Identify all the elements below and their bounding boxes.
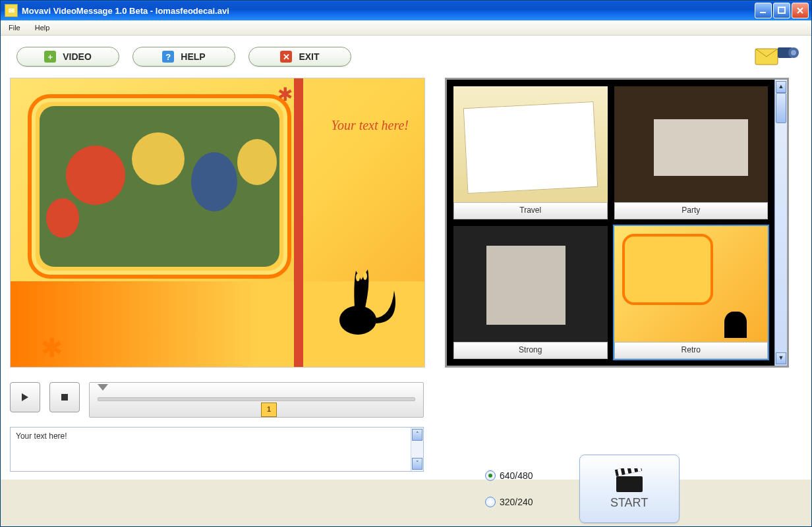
exit-button[interactable]: ✕ EXIT [248, 47, 351, 67]
scroll-down-button[interactable]: ▼ [776, 352, 786, 364]
scroll-up-button[interactable]: ▲ [776, 81, 786, 93]
main-toolbar: + VIDEO ? HELP ✕ EXIT [10, 40, 802, 78]
video-button[interactable]: + VIDEO [16, 47, 119, 67]
template-thumb [614, 86, 768, 202]
scroll-down-button[interactable]: ˅ [412, 458, 422, 470]
menu-bar: File Help [1, 20, 811, 36]
scroll-up-button[interactable]: ˄ [412, 429, 422, 441]
sparkle-icon: ✱ [41, 333, 63, 363]
title-bar: ✉ Movavi VideoMessage 1.0 Beta - lomasfe… [1, 1, 811, 20]
template-item-retro[interactable]: Retro [613, 225, 770, 360]
template-item-strong[interactable]: Strong [452, 225, 609, 360]
menu-file[interactable]: File [6, 22, 23, 33]
app-icon: ✉ [5, 4, 18, 17]
radio-label: 640/480 [500, 470, 533, 481]
exit-button-label: EXIT [299, 51, 319, 62]
radio-320x240[interactable]: 320/240 [485, 497, 533, 507]
minimize-button[interactable] [755, 3, 772, 18]
svg-rect-1 [778, 7, 785, 13]
output-size-radios: 640/480 320/240 [485, 470, 533, 507]
template-gallery: Travel Party Strong Retro [445, 78, 789, 368]
window-title: Movavi VideoMessage 1.0 Beta - lomasfeod… [22, 6, 229, 16]
svg-point-7 [356, 273, 360, 281]
close-button[interactable] [792, 3, 809, 18]
caption-input[interactable]: Your text here! [11, 428, 411, 471]
svg-rect-10 [616, 476, 643, 492]
plus-icon: + [44, 51, 56, 63]
help-button[interactable]: ? HELP [132, 47, 235, 67]
template-thumb [453, 86, 608, 202]
svg-rect-9 [61, 394, 68, 401]
radio-label: 320/240 [500, 497, 533, 507]
stop-button[interactable] [49, 382, 80, 412]
radio-640x480[interactable]: 640/480 [485, 470, 533, 481]
video-preview: Your text here! ✱ ✱ [10, 78, 425, 368]
template-label: Strong [453, 342, 608, 359]
play-button[interactable] [10, 382, 40, 412]
start-button[interactable]: START [579, 455, 680, 523]
clapperboard-icon [614, 468, 645, 493]
scroll-thumb[interactable] [776, 93, 786, 123]
timeline-frame-marker[interactable]: 1 [261, 402, 277, 417]
timeline-start-marker[interactable] [98, 384, 108, 391]
help-button-label: HELP [181, 51, 205, 62]
start-button-label: START [610, 496, 648, 510]
radio-dot-icon [485, 497, 496, 507]
radio-dot-icon [485, 470, 496, 481]
svg-point-5 [791, 50, 796, 55]
app-logo-icon [753, 43, 799, 70]
video-button-label: VIDEO [63, 51, 92, 62]
sparkle-icon: ✱ [277, 84, 293, 105]
template-label: Travel [453, 202, 608, 219]
maximize-button[interactable] [773, 3, 790, 18]
template-label: Party [614, 202, 768, 219]
svg-point-6 [339, 306, 376, 335]
template-thumb [453, 226, 608, 342]
app-window: ✉ Movavi VideoMessage 1.0 Beta - lomasfe… [0, 0, 812, 527]
template-thumb [614, 226, 768, 342]
help-icon: ? [162, 51, 174, 63]
caption-textbox: Your text here! ˄ ˅ [10, 427, 424, 472]
timeline-slider[interactable]: 1 [89, 382, 424, 418]
template-label: Retro [614, 342, 768, 359]
preview-video-content [40, 106, 279, 267]
menu-help[interactable]: Help [32, 22, 53, 33]
template-item-party[interactable]: Party [613, 85, 770, 221]
textbox-scrollbar[interactable]: ˄ ˅ [411, 428, 423, 471]
svg-point-8 [363, 272, 367, 280]
preview-frame [28, 94, 291, 279]
preview-text-placeholder: Your text here! [332, 118, 409, 133]
cat-icon [322, 258, 401, 337]
close-icon: ✕ [280, 51, 292, 63]
template-item-travel[interactable]: Travel [452, 85, 609, 221]
svg-rect-0 [760, 12, 766, 13]
client-area: + VIDEO ? HELP ✕ EXIT [1, 36, 811, 480]
gallery-scrollbar[interactable]: ▲ ▼ [774, 80, 787, 366]
